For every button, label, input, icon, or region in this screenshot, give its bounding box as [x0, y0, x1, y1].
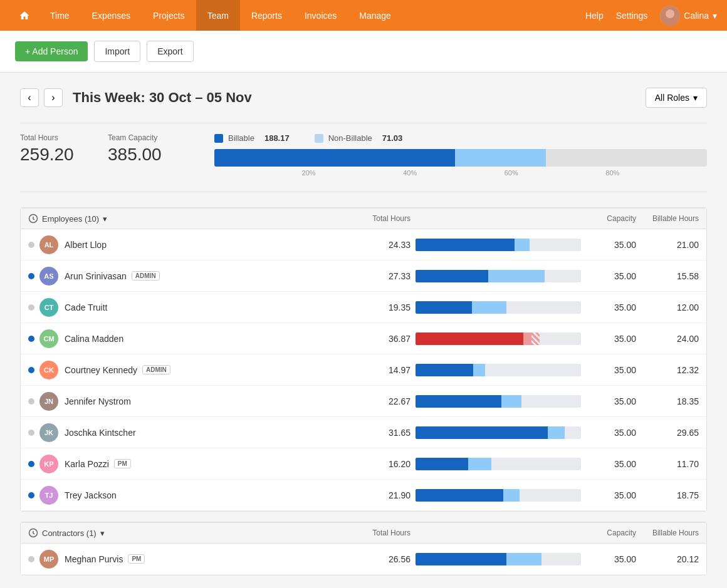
main-content: ‹ › This Week: 30 Oct – 05 Nov All Roles…: [0, 73, 727, 588]
employees-chevron-icon: ▾: [103, 214, 107, 224]
employee-hours: 22.67: [335, 396, 411, 406]
employee-billable: 12.00: [636, 302, 699, 312]
mark-40: 40%: [403, 169, 417, 177]
employee-bar-container: [411, 395, 586, 408]
avatar: AL: [39, 235, 58, 254]
capacity-value: 385.00: [108, 145, 196, 165]
nav-team[interactable]: Team: [196, 0, 240, 31]
employee-bar-container: [411, 333, 586, 345]
employee-row[interactable]: CK Courtney Kennedy ADMIN 14.97 35.00 12…: [21, 354, 706, 386]
employee-row[interactable]: CT Cade Truitt 19.35 35.00 12.00: [21, 292, 706, 323]
nav-user-chevron: ▾: [713, 11, 717, 21]
employee-row[interactable]: JN Jennifer Nystrom 22.67 35.00 18.35: [21, 386, 706, 417]
employee-billable: 21.00: [636, 240, 699, 250]
col-header-total-hours-c: Total Hours: [335, 529, 411, 537]
employee-capacity: 35.00: [586, 365, 636, 375]
week-date-range: 30 Oct – 05 Nov: [149, 90, 252, 105]
employee-row[interactable]: JK Joschka Kintscher 31.65 35.00 29.65: [21, 417, 706, 448]
next-week-button[interactable]: ›: [44, 88, 63, 107]
employee-row[interactable]: AL Albert Llop 24.33 35.00 21.00: [21, 229, 706, 260]
employee-row[interactable]: TJ Trey Jackson 21.90 35.00 18.75: [21, 480, 706, 511]
mark-60: 60%: [505, 169, 518, 177]
total-hours-stat: Total Hours 259.20: [20, 133, 108, 165]
employee-hours: 14.97: [335, 365, 411, 375]
mark-80: 80%: [605, 169, 619, 177]
employee-row[interactable]: AS Arun Srinivasan ADMIN 27.33 35.00 15.…: [21, 260, 706, 292]
employee-billable: 29.65: [636, 428, 699, 438]
import-button[interactable]: Import: [94, 41, 140, 62]
employee-billable: 20.12: [636, 554, 699, 564]
employee-hours: 19.35: [335, 302, 411, 312]
week-title-prefix: This Week:: [73, 90, 145, 105]
capacity-stat: Team Capacity 385.00: [108, 133, 196, 165]
nav-user[interactable]: Calina ▾: [660, 6, 717, 26]
employee-bar: [416, 270, 581, 282]
status-dot: [28, 461, 34, 467]
nav-help[interactable]: Help: [585, 11, 604, 21]
employee-capacity: 35.00: [586, 459, 636, 469]
nav-settings[interactable]: Settings: [616, 11, 648, 21]
employee-capacity: 35.00: [586, 396, 636, 406]
nav-reports[interactable]: Reports: [240, 0, 293, 31]
employees-section: Employees (10) ▾ Total Hours Capacity Bi…: [20, 207, 707, 512]
employee-row[interactable]: MP Meghan Purvis PM 26.56 35.00 20.12: [21, 544, 706, 575]
prev-week-button[interactable]: ‹: [20, 88, 39, 107]
employee-bar: [416, 489, 581, 502]
employees-section-toggle[interactable]: Employees (10) ▾: [28, 214, 335, 224]
employee-bar-container: [411, 239, 586, 251]
contractors-rows: MP Meghan Purvis PM 26.56 35.00 20.12: [21, 544, 706, 575]
employee-row[interactable]: KP Karla Pozzi PM 16.20 35.00 11.70: [21, 448, 706, 480]
employee-name-text: Trey Jackson: [65, 490, 117, 500]
clock-icon-contractors: [28, 528, 38, 538]
employee-hours: 26.56: [335, 554, 411, 564]
employee-name: Karla Pozzi PM: [65, 459, 335, 469]
avatar: KP: [39, 455, 58, 473]
nav-projects[interactable]: Projects: [142, 0, 196, 31]
legend-nonbillable: Non-Billable 71.03: [315, 133, 403, 143]
contractors-section: Contractors (1) ▾ Total Hours Capacity B…: [20, 522, 707, 575]
employee-hours: 21.90: [335, 490, 411, 500]
status-dot: [28, 304, 34, 311]
week-nav: ‹ › This Week: 30 Oct – 05 Nov: [20, 88, 252, 107]
employee-bar-container: [411, 270, 586, 282]
avatar: AS: [39, 267, 58, 286]
status-dot: [28, 398, 34, 405]
nav-expenses[interactable]: Expenses: [81, 0, 142, 31]
nav-time[interactable]: Time: [39, 0, 81, 31]
avatar: CK: [39, 361, 58, 379]
contractors-section-header: Contractors (1) ▾ Total Hours Capacity B…: [21, 522, 706, 544]
clock-icon: [28, 214, 38, 224]
nav-invoices[interactable]: Invoices: [293, 0, 348, 31]
stats-section: Total Hours 259.20 Team Capacity 385.00 …: [20, 123, 707, 192]
export-button[interactable]: Export: [147, 41, 193, 62]
employee-name-text: Jennifer Nystrom: [65, 396, 131, 406]
employee-name-text: Joschka Kintscher: [65, 428, 136, 438]
nonbillable-legend-label: Non-Billable: [328, 133, 372, 143]
avatar: CT: [39, 298, 58, 317]
employee-billable: 24.00: [636, 334, 699, 344]
employee-name-text: Cade Truitt: [65, 302, 107, 312]
contractors-section-toggle[interactable]: Contractors (1) ▾: [28, 528, 335, 538]
roles-chevron-icon: ▾: [693, 93, 698, 103]
nav-username: Calina: [684, 11, 709, 21]
employees-section-cols: Total Hours Capacity Billable Hours: [335, 214, 699, 223]
col-header-total-hours: Total Hours: [335, 214, 411, 223]
progress-labels: 20% 40% 60% 80%: [214, 169, 707, 177]
role-badge: PM: [128, 554, 145, 564]
employee-hours: 31.65: [335, 428, 411, 438]
status-dot: [28, 273, 34, 279]
status-dot: [28, 242, 34, 248]
employee-row[interactable]: CM Calina Madden 36.87 35.00 24.0: [21, 323, 706, 354]
add-person-button[interactable]: + Add Person: [15, 41, 88, 61]
employee-name-text: Karla Pozzi: [65, 459, 109, 469]
nonbillable-color-swatch: [315, 134, 323, 143]
roles-filter-button[interactable]: All Roles ▾: [646, 88, 707, 108]
billable-legend-value: 188.17: [264, 133, 290, 143]
billable-color-swatch: [214, 134, 223, 143]
employee-capacity: 35.00: [586, 302, 636, 312]
nav-manage[interactable]: Manage: [348, 0, 402, 31]
avatar: MP: [39, 550, 58, 569]
nav-home[interactable]: [10, 0, 39, 31]
employee-name: Joschka Kintscher: [65, 428, 335, 438]
employee-bar: [416, 364, 581, 376]
